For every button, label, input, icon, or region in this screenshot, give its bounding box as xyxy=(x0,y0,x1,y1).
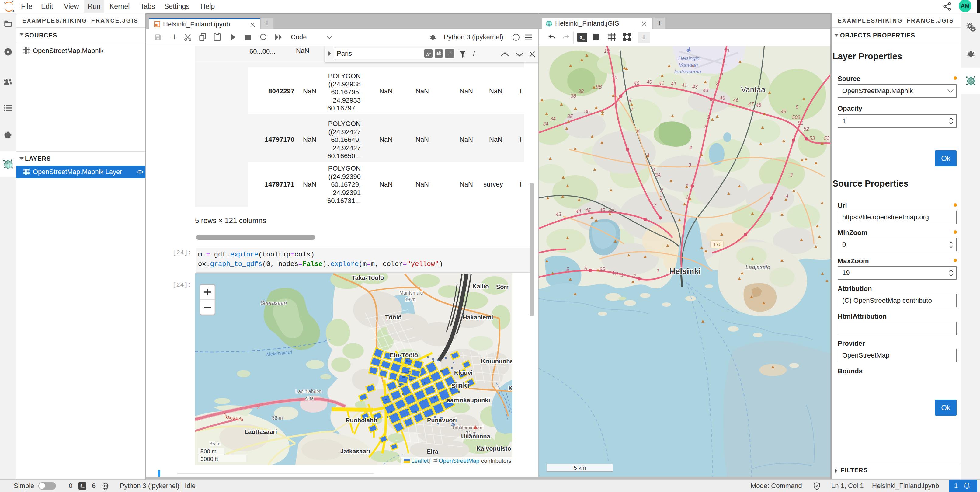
svg-text:lentoasema: lentoasema xyxy=(674,69,701,75)
svg-text:Sörr: Sörr xyxy=(496,283,509,290)
svg-text:3: 3 xyxy=(620,272,623,278)
svg-text:Tähtitorninvuori: Tähtitorninvuori xyxy=(452,425,483,430)
svg-text:7: 7 xyxy=(654,203,657,208)
svg-text:10: 10 xyxy=(724,48,729,53)
svg-text:sinki: sinki xyxy=(451,381,469,390)
svg-text:44: 44 xyxy=(576,209,581,214)
svg-text:Hakaniemi: Hakaniemi xyxy=(463,314,493,321)
svg-text:5: 5 xyxy=(707,115,710,120)
svg-text:Töölö: Töölö xyxy=(385,314,401,321)
svg-text:9: 9 xyxy=(722,59,725,64)
svg-text:5: 5 xyxy=(705,124,707,129)
svg-text:31 m: 31 m xyxy=(466,430,477,436)
svg-text:10: 10 xyxy=(604,48,609,54)
svg-text:41: 41 xyxy=(671,81,676,86)
svg-text:contributors: contributors xyxy=(481,458,511,464)
svg-text:9B: 9B xyxy=(596,84,602,89)
svg-text:Kruununhaka: Kruununhaka xyxy=(481,358,512,365)
svg-text:1: 1 xyxy=(657,268,659,273)
svg-text:4: 4 xyxy=(615,272,618,277)
svg-text:4: 4 xyxy=(786,194,788,199)
svg-text:10: 10 xyxy=(612,75,617,80)
svg-text:Kaivopuisto: Kaivopuisto xyxy=(476,445,511,452)
svg-text:4: 4 xyxy=(612,271,614,275)
svg-text:35 m: 35 m xyxy=(210,441,221,446)
svg-text:41: 41 xyxy=(659,81,664,86)
svg-text:48: 48 xyxy=(756,102,761,108)
svg-text:40: 40 xyxy=(647,80,652,84)
svg-text:Leaflet: Leaflet xyxy=(411,458,429,464)
svg-text:35: 35 xyxy=(567,114,573,119)
svg-text:53: 53 xyxy=(824,136,829,141)
svg-text:51: 51 xyxy=(798,121,803,126)
svg-text:Mäntymäki: Mäntymäki xyxy=(399,290,423,295)
svg-text:38: 38 xyxy=(571,93,576,99)
svg-text:3: 3 xyxy=(790,172,793,178)
svg-text:Ruoholahti: Ruoholahti xyxy=(345,417,377,424)
svg-text:3: 3 xyxy=(688,162,691,168)
svg-text:Laajasalo: Laajasalo xyxy=(746,264,770,270)
svg-text:3A: 3A xyxy=(655,172,661,178)
svg-text:34: 34 xyxy=(550,116,556,121)
svg-text:1: 1 xyxy=(224,412,226,417)
svg-text:5: 5 xyxy=(584,266,587,271)
svg-text:9B: 9B xyxy=(600,267,606,272)
svg-text:46: 46 xyxy=(608,209,614,213)
svg-text:49: 49 xyxy=(781,109,786,114)
svg-text:Punavuori: Punavuori xyxy=(427,417,457,424)
svg-text:Jatkasaari: Jatkasaari xyxy=(340,448,370,455)
svg-text:aartinkaupunki: aartinkaupunki xyxy=(447,397,490,403)
svg-text:38: 38 xyxy=(578,89,584,94)
svg-text:47: 47 xyxy=(748,102,754,107)
svg-text:45: 45 xyxy=(720,96,725,101)
svg-text:40: 40 xyxy=(634,81,640,86)
svg-text:8: 8 xyxy=(628,98,631,103)
svg-text:Helsinki: Helsinki xyxy=(670,267,701,276)
svg-text:4: 4 xyxy=(689,145,692,150)
svg-text:OpenStreetMap: OpenStreetMap xyxy=(439,458,479,464)
svg-text:45: 45 xyxy=(600,208,605,213)
svg-text:41: 41 xyxy=(682,83,687,88)
svg-text:Helsingin: Helsingin xyxy=(678,56,700,61)
svg-text:36: 36 xyxy=(584,109,590,114)
svg-text:Kluuvi: Kluuvi xyxy=(454,369,473,376)
svg-text:Lapinlahden: Lapinlahden xyxy=(295,389,322,394)
svg-text:©: © xyxy=(433,457,437,464)
svg-text:43: 43 xyxy=(703,88,708,93)
svg-text:silta: silta xyxy=(305,396,314,401)
svg-text:|: | xyxy=(429,458,431,464)
svg-text:2: 2 xyxy=(257,405,260,410)
svg-text:500 m: 500 m xyxy=(200,448,216,455)
svg-text:2: 2 xyxy=(660,188,663,193)
svg-text:3000 ft: 3000 ft xyxy=(200,456,218,462)
svg-text:32 m: 32 m xyxy=(272,415,283,420)
svg-text:1: 1 xyxy=(686,195,688,200)
svg-text:9: 9 xyxy=(721,71,723,76)
svg-text:2: 2 xyxy=(633,274,636,279)
svg-text:34: 34 xyxy=(543,121,549,127)
svg-text:Kallio: Kallio xyxy=(473,283,489,290)
svg-text:5: 5 xyxy=(566,267,569,272)
svg-text:Vantaan: Vantaan xyxy=(679,62,698,68)
svg-text:43: 43 xyxy=(692,84,698,89)
svg-text:2: 2 xyxy=(659,195,662,201)
svg-text:K: K xyxy=(508,384,512,392)
svg-text:Eira: Eira xyxy=(427,448,439,455)
svg-text:5 km: 5 km xyxy=(574,465,586,471)
svg-text:8: 8 xyxy=(716,81,719,86)
svg-text:46: 46 xyxy=(733,98,738,103)
svg-text:5: 5 xyxy=(796,105,799,110)
svg-text:45: 45 xyxy=(585,208,591,213)
svg-text:53: 53 xyxy=(809,136,815,141)
svg-text:Lauttasaari: Lauttasaari xyxy=(245,428,277,435)
svg-text:170: 170 xyxy=(713,242,721,247)
svg-text:43: 43 xyxy=(556,212,561,217)
svg-text:Taka-Töölö: Taka-Töölö xyxy=(352,274,384,281)
svg-text:6: 6 xyxy=(637,128,640,133)
svg-text:3: 3 xyxy=(652,167,655,172)
svg-text:52: 52 xyxy=(803,126,809,131)
svg-text:18 m: 18 m xyxy=(405,297,416,302)
svg-text:Vantaa: Vantaa xyxy=(741,85,765,94)
svg-text:500: 500 xyxy=(792,115,800,120)
svg-text:7: 7 xyxy=(630,107,633,112)
